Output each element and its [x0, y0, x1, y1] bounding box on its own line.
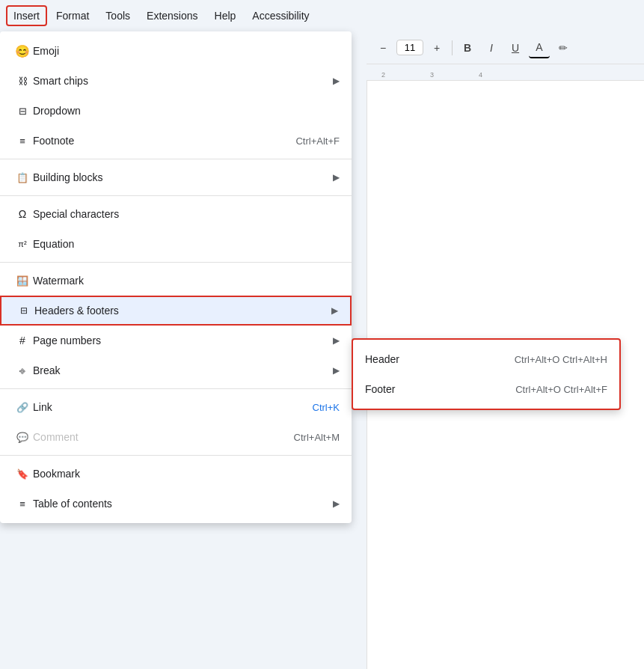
- watermark-label: Watermark: [33, 275, 340, 287]
- menu-format[interactable]: Format: [49, 5, 96, 26]
- menu-item-headers-footers[interactable]: ⊟ Headers & footers ▶: [0, 296, 352, 326]
- ruler-tick-4: 4: [479, 71, 482, 79]
- ruler-tick-3: 3: [430, 71, 434, 79]
- page-numbers-icon: #: [12, 334, 33, 346]
- equation-label: Equation: [33, 238, 340, 250]
- bold-button[interactable]: B: [457, 37, 478, 58]
- submenu-item-footer[interactable]: Footer Ctrl+Alt+O Ctrl+Alt+F: [353, 374, 619, 404]
- menu-accessibility[interactable]: Accessibility: [245, 5, 316, 26]
- break-arrow: ▶: [333, 365, 340, 376]
- menu-item-smart-chips[interactable]: ⛓ Smart chips ▶: [0, 66, 352, 96]
- headers-footers-icon: ⊟: [13, 305, 34, 316]
- headers-footers-submenu: Header Ctrl+Alt+O Ctrl+Alt+H Footer Ctrl…: [352, 338, 621, 410]
- menu-item-link[interactable]: 🔗 Link Ctrl+K: [0, 392, 352, 422]
- menu-item-bookmark[interactable]: 🔖 Bookmark: [0, 459, 352, 489]
- header-shortcut: Ctrl+Alt+O Ctrl+Alt+H: [515, 354, 607, 365]
- divider-4: [0, 388, 352, 389]
- emoji-label: Emoji: [33, 45, 340, 57]
- ruler-tick-2: 2: [381, 71, 385, 79]
- page-numbers-arrow: ▶: [333, 335, 340, 346]
- menu-item-special-characters[interactable]: Ω Special characters: [0, 199, 352, 229]
- watermark-icon: 🪟: [12, 275, 33, 287]
- toolbar: − 11 + B I U A ✏: [367, 31, 644, 64]
- comment-shortcut: Ctrl+Alt+M: [294, 432, 340, 443]
- link-shortcut: Ctrl+K: [313, 402, 340, 413]
- smart-chips-label: Smart chips: [33, 75, 327, 87]
- table-of-contents-arrow: ▶: [333, 498, 340, 509]
- emoji-icon: 😊: [12, 44, 33, 58]
- headers-footers-label: Headers & footers: [34, 305, 325, 317]
- equation-icon: π²: [12, 239, 33, 248]
- headers-footers-arrow: ▶: [331, 305, 338, 316]
- menu-help[interactable]: Help: [207, 5, 244, 26]
- menu-item-equation[interactable]: π² Equation: [0, 229, 352, 259]
- menu-item-page-numbers[interactable]: # Page numbers ▶: [0, 326, 352, 355]
- menu-tools[interactable]: Tools: [98, 5, 138, 26]
- comment-icon: 💬: [12, 432, 33, 443]
- table-of-contents-label: Table of contents: [33, 498, 327, 510]
- link-icon: 🔗: [12, 402, 33, 413]
- divider-1: [0, 159, 352, 159]
- special-chars-icon: Ω: [12, 208, 33, 220]
- font-size-increase[interactable]: +: [426, 37, 447, 58]
- menu-extensions[interactable]: Extensions: [139, 5, 205, 26]
- font-size-value[interactable]: 11: [396, 40, 423, 55]
- footnote-icon: ≡: [12, 135, 33, 147]
- comment-label: Comment: [33, 431, 282, 443]
- dropdown-label: Dropdown: [33, 105, 340, 117]
- menu-bar: Insert Format Tools Extensions Help Acce…: [0, 0, 644, 31]
- menu-item-footnote[interactable]: ≡ Footnote Ctrl+Alt+F: [0, 126, 352, 156]
- break-icon: ⎆: [12, 365, 33, 376]
- footer-shortcut: Ctrl+Alt+O Ctrl+Alt+F: [515, 384, 607, 395]
- menu-item-comment: 💬 Comment Ctrl+Alt+M: [0, 422, 352, 452]
- table-of-contents-icon: ≡: [12, 498, 33, 510]
- special-chars-label: Special characters: [33, 208, 340, 220]
- menu-insert[interactable]: Insert: [6, 5, 47, 26]
- smart-chips-icon: ⛓: [12, 76, 33, 87]
- break-label: Break: [33, 364, 327, 376]
- font-color-button[interactable]: A: [529, 37, 550, 58]
- toolbar-sep-1: [452, 40, 453, 55]
- submenu-item-header[interactable]: Header Ctrl+Alt+O Ctrl+Alt+H: [353, 344, 619, 374]
- menu-item-watermark[interactable]: 🪟 Watermark: [0, 266, 352, 296]
- ruler: 2 3 4: [367, 64, 644, 81]
- bookmark-icon: 🔖: [12, 468, 33, 480]
- menu-item-break[interactable]: ⎆ Break ▶: [0, 355, 352, 385]
- footnote-shortcut: Ctrl+Alt+F: [295, 135, 340, 147]
- menu-item-dropdown[interactable]: ⊟ Dropdown: [0, 96, 352, 126]
- italic-button[interactable]: I: [481, 37, 502, 58]
- bookmark-label: Bookmark: [33, 468, 340, 480]
- font-size-decrease[interactable]: −: [372, 37, 393, 58]
- menu-item-emoji[interactable]: 😊 Emoji: [0, 36, 352, 66]
- insert-dropdown-menu: 😊 Emoji ⛓ Smart chips ▶ ⊟ Dropdown ≡ Foo…: [0, 31, 352, 523]
- smart-chips-arrow: ▶: [333, 76, 340, 86]
- divider-5: [0, 455, 352, 456]
- divider-2: [0, 195, 352, 196]
- building-blocks-arrow: ▶: [333, 172, 340, 183]
- menu-item-building-blocks[interactable]: 📋 Building blocks ▶: [0, 162, 352, 192]
- underline-button[interactable]: U: [505, 37, 526, 58]
- footer-label: Footer: [365, 383, 515, 395]
- header-label: Header: [365, 353, 515, 365]
- dropdown-icon: ⊟: [12, 106, 33, 117]
- link-label: Link: [33, 401, 301, 413]
- divider-3: [0, 262, 352, 263]
- building-blocks-icon: 📋: [12, 172, 33, 183]
- building-blocks-label: Building blocks: [33, 171, 327, 183]
- pencil-button[interactable]: ✏: [553, 37, 574, 58]
- footnote-label: Footnote: [33, 135, 283, 147]
- menu-item-table-of-contents[interactable]: ≡ Table of contents ▶: [0, 489, 352, 519]
- page-numbers-label: Page numbers: [33, 334, 327, 346]
